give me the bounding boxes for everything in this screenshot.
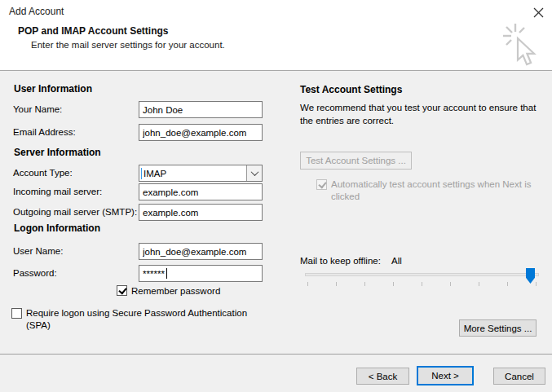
test-description: We recommend that you test your account … — [300, 101, 545, 127]
back-button[interactable]: < Back — [356, 368, 409, 385]
email-address-input[interactable] — [139, 124, 263, 141]
slider-tick — [450, 282, 451, 286]
account-type-label: Account Type: — [13, 168, 73, 178]
text-cursor — [166, 268, 167, 279]
your-name-label: Your Name: — [13, 104, 62, 114]
section-heading-server-information: Server Information — [14, 147, 101, 158]
user-name-input[interactable] — [139, 243, 263, 260]
spa-label[interactable]: Require logon using Secure Password Auth… — [26, 307, 271, 332]
slider-tick — [336, 282, 337, 286]
dropdown-button[interactable] — [246, 165, 262, 181]
section-heading-logon-information: Logon Information — [14, 222, 100, 234]
outgoing-server-label: Outgoing mail server (SMTP): — [13, 207, 137, 217]
slider-tick — [536, 282, 537, 286]
mail-offline-label: Mail to keep offline: — [300, 256, 381, 266]
password-input[interactable] — [139, 265, 263, 282]
slider-ticks — [307, 282, 537, 286]
page-title: POP and IMAP Account Settings — [18, 25, 168, 37]
close-button[interactable] — [527, 2, 550, 23]
mail-offline-value: All — [391, 256, 402, 266]
outgoing-server-input[interactable] — [139, 204, 263, 221]
password-label: Password: — [13, 268, 57, 278]
account-type-select[interactable]: IMAP — [139, 165, 263, 182]
text-cursor — [141, 168, 142, 179]
slider-tick — [393, 282, 394, 286]
remember-password-label[interactable]: Remember password — [131, 285, 220, 297]
slider-tick — [507, 282, 508, 286]
chevron-down-icon — [250, 168, 258, 176]
auto-test-checkbox — [316, 179, 327, 190]
cursor-sparkle-icon — [502, 23, 545, 73]
next-button[interactable]: Next > — [417, 366, 474, 385]
window-title: Add Account — [9, 6, 64, 17]
mail-offline-slider-track[interactable] — [305, 273, 539, 276]
add-account-dialog: Add Account POP and IMAP Account Setting… — [0, 0, 552, 392]
remember-password-checkbox[interactable] — [117, 285, 127, 296]
auto-test-label: Automatically test account settings when… — [331, 178, 539, 203]
spa-checkbox[interactable] — [11, 308, 22, 319]
account-type-value: IMAP — [139, 169, 166, 178]
footer: < Back Next > Cancel — [0, 354, 552, 392]
user-name-label: User Name: — [13, 246, 63, 256]
slider-tick — [479, 282, 479, 286]
more-settings-button[interactable]: More Settings ... — [459, 319, 537, 337]
your-name-input[interactable] — [139, 101, 263, 118]
incoming-server-label: Incoming mail server: — [13, 187, 102, 196]
close-icon — [533, 7, 544, 18]
page-subtitle: Enter the mail server settings for your … — [31, 40, 225, 50]
wizard-header: Add Account POP and IMAP Account Setting… — [0, 0, 552, 71]
cancel-button[interactable]: Cancel — [493, 368, 545, 385]
email-address-label: Email Address: — [13, 127, 76, 137]
section-heading-user-information: User Information — [14, 83, 92, 95]
test-account-settings-button: Test Account Settings ... — [300, 152, 412, 170]
slider-tick — [364, 282, 365, 286]
slider-tick — [422, 282, 422, 286]
section-heading-test-account-settings: Test Account Settings — [300, 84, 402, 95]
slider-tick — [307, 282, 308, 286]
incoming-server-input[interactable] — [139, 183, 263, 200]
